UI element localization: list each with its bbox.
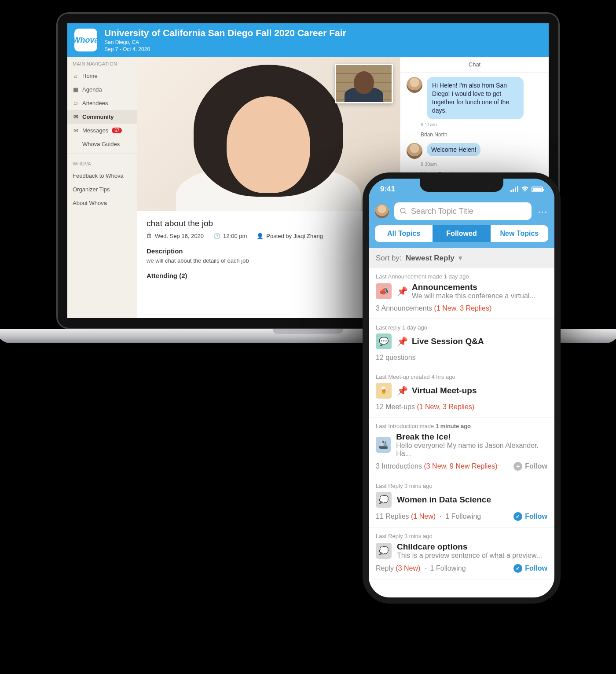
topic-women-ds[interactable]: Last Reply 3 mins ago 💭 Women in Data Sc… <box>369 477 554 527</box>
nav-item-messages[interactable]: ✉Messages67 <box>67 124 137 137</box>
topic-stats-new: (1 New) <box>411 513 436 520</box>
nav-label: Agenda <box>82 86 102 93</box>
sort-row[interactable]: Sort by: Newest Reply ▾ <box>369 248 554 268</box>
main-column: chat about the job 🗓Wed. Sep 16, 2020 🕐1… <box>137 57 400 318</box>
sidebar: MAIN NAVIGATION ⌂Home ▦Agenda ☺Attendees… <box>67 57 137 318</box>
people-icon: ☺ <box>73 100 79 106</box>
event-location: San Diego, CA <box>104 39 346 45</box>
topic-stats-new: (1 New, 3 Replies) <box>434 304 492 312</box>
video-call-area[interactable] <box>137 57 400 211</box>
envelope-icon: ✉ <box>73 127 79 134</box>
topic-announcements[interactable]: Last Announcement made 1 day ago 📣 📌 Ann… <box>369 268 554 319</box>
avatar <box>407 143 422 159</box>
search-input[interactable]: Search Topic Title <box>394 202 532 220</box>
meeting-details: chat about the job 🗓Wed. Sep 16, 2020 🕐1… <box>137 211 400 287</box>
search-icon <box>400 207 407 215</box>
chat-bubble-icon: 💬 <box>376 333 392 349</box>
nav-label: Attendees <box>82 100 108 106</box>
chat-time: 9:30am <box>421 161 549 167</box>
discussion-icon: 💭 <box>376 543 392 559</box>
nav-label: Organizer Tips <box>73 186 110 193</box>
meeting-date: 🗓Wed. Sep 16, 2020 <box>147 233 204 239</box>
topic-break-ice[interactable]: Last Introduction made 1 minute ago 🚢 Br… <box>369 418 554 477</box>
sort-label: Sort by: <box>376 254 402 262</box>
topic-stats-new: (3 New) <box>396 564 420 572</box>
event-title: University of California San Diego Fall … <box>104 28 346 38</box>
topic-stats-new: (1 New, 3 Replies) <box>417 403 474 410</box>
chat-icon: ✉ <box>73 114 79 120</box>
whova-logo-text: Whova <box>73 36 99 45</box>
svg-point-0 <box>400 208 405 213</box>
nav-heading-whova: WHOVA <box>67 157 137 169</box>
discussion-icon: 💭 <box>376 492 392 508</box>
chat-message: Welcome Helen! <box>400 139 549 163</box>
topic-title: Women in Data Science <box>397 495 491 505</box>
pin-icon: 📌 <box>397 336 407 347</box>
pin-icon: 📌 <box>397 385 407 396</box>
search-placeholder: Search Topic Title <box>411 207 473 216</box>
chat-sender: Brian North <box>421 132 549 138</box>
chat-bubble: Hi Helen! I'm also from San Diego! I wou… <box>427 77 524 119</box>
ship-icon: 🚢 <box>376 437 391 453</box>
pip-self-video[interactable] <box>335 64 393 103</box>
nav-item-attendees[interactable]: ☺Attendees <box>67 96 137 110</box>
topic-meetups[interactable]: Last Meet-up created 4 hrs ago 🍺 📌 Virtu… <box>369 368 554 418</box>
event-info: University of California San Diego Fall … <box>104 28 346 52</box>
calendar-icon: 🗓 <box>147 233 152 239</box>
meeting-title: chat about the job <box>147 219 390 228</box>
home-icon: ⌂ <box>73 73 79 79</box>
topic-timestamp: Last Meet-up created 4 hrs ago <box>376 374 547 380</box>
nav-item-about[interactable]: About Whova <box>67 196 137 210</box>
more-menu-icon[interactable]: ⋮ <box>537 207 548 216</box>
megaphone-icon: 📣 <box>376 283 392 299</box>
topic-timestamp: Last Reply 3 mins ago <box>376 483 547 489</box>
follow-button[interactable]: ✓Follow <box>513 564 547 573</box>
nav-item-home[interactable]: ⌂Home <box>67 69 137 83</box>
person-icon: 👤 <box>257 233 264 239</box>
nav-item-community[interactable]: ✉Community <box>67 110 137 124</box>
nav-label: Messages <box>82 127 108 134</box>
description-heading: Description <box>147 247 390 255</box>
topic-stats: Reply <box>376 564 394 572</box>
nav-label: Community <box>82 114 114 120</box>
app-header: Whova University of California San Diego… <box>67 23 549 57</box>
chat-time: 9:11am <box>421 122 549 127</box>
tab-new-topics[interactable]: New Topics <box>491 225 548 242</box>
nav-label: About Whova <box>73 200 107 206</box>
follow-button[interactable]: ✓Follow <box>513 512 547 521</box>
user-avatar[interactable] <box>375 204 389 218</box>
whova-logo: Whova <box>74 29 97 51</box>
attending-count: Attending (2) <box>147 272 390 279</box>
nav-item-tips[interactable]: Organizer Tips <box>67 183 137 196</box>
pin-icon: 📌 <box>397 286 407 297</box>
topic-stats: 11 Replies <box>376 513 409 520</box>
topic-following: 1 Following <box>445 513 481 520</box>
topic-title: Break the Ice! <box>396 432 547 442</box>
status-icons <box>510 186 543 192</box>
nav-item-agenda[interactable]: ▦Agenda <box>67 83 137 96</box>
topic-preview: Hello everyone! My name is Jason Alexand… <box>396 442 547 458</box>
follow-button[interactable]: +Follow <box>513 462 547 471</box>
topic-stats: 12 Meet-ups <box>376 403 415 410</box>
chat-heading: Chat <box>400 57 549 73</box>
tab-all-topics[interactable]: All Topics <box>375 225 433 242</box>
topic-stats: 12 questions <box>376 354 416 361</box>
calendar-icon: ▦ <box>73 86 79 93</box>
signal-icon <box>510 186 518 192</box>
nav-separator <box>67 154 137 154</box>
search-row: Search Topic Title ⋮ <box>369 200 554 225</box>
topic-live-qa[interactable]: Last reply 1 day ago 💬 📌 Live Session Q&… <box>369 319 554 368</box>
phone-mockup: 9:41 Search Topic Title ⋮ All Topics Fol… <box>363 172 561 604</box>
messages-badge: 67 <box>112 128 122 133</box>
topic-childcare[interactable]: Last Reply 3 mins ago 💭 Childcare option… <box>369 527 554 579</box>
tab-followed[interactable]: Followed <box>433 225 490 242</box>
topic-preview: This is a preview sentence of what a pre… <box>397 552 542 560</box>
topic-timestamp: Last Reply 3 mins ago <box>376 533 547 539</box>
battery-icon <box>532 187 543 192</box>
topic-stats: 3 Announcements <box>376 304 432 312</box>
topic-timestamp: Last reply 1 day ago <box>376 324 547 331</box>
nav-item-feedback[interactable]: Feedback to Whova <box>67 169 137 183</box>
tabs-container: All Topics Followed New Topics <box>369 225 554 248</box>
meeting-time: 🕐12:00 pm <box>213 233 247 239</box>
nav-item-guides[interactable]: Whova Guides <box>67 137 137 151</box>
